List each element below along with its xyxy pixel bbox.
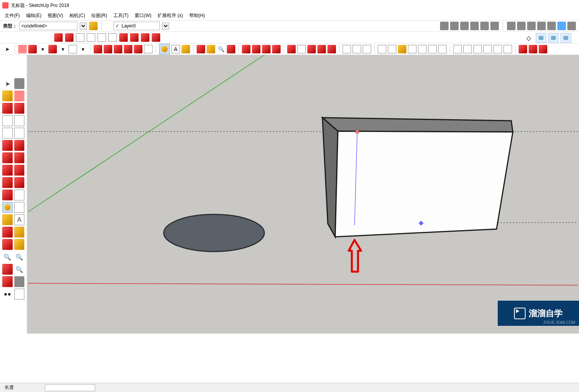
zoom-extents-icon[interactable] [227, 45, 235, 53]
arc3-tool-icon[interactable] [2, 152, 13, 163]
rotated-rect-tool-icon[interactable] [14, 115, 25, 126]
position-camera-icon[interactable] [2, 276, 13, 287]
section2-icon[interactable] [353, 45, 361, 53]
arc2-tool-icon[interactable] [14, 140, 25, 151]
plugin3-icon[interactable] [307, 45, 316, 53]
menu-view[interactable]: 视图(V) [45, 12, 65, 20]
box3-icon[interactable] [490, 22, 499, 30]
plugin4-icon[interactable] [317, 45, 326, 53]
house3-icon[interactable] [480, 22, 489, 30]
component3-icon[interactable] [527, 22, 536, 30]
section-icon[interactable] [343, 45, 351, 53]
pan-icon[interactable] [207, 45, 215, 53]
arc-tool-icon[interactable] [48, 45, 57, 53]
menu-draw[interactable]: 绘图(R) [89, 12, 110, 20]
pencil-icon[interactable] [54, 33, 63, 42]
ext-warehouse-icon[interactable] [272, 45, 281, 53]
warehouse-icon[interactable] [242, 45, 250, 53]
tape-measure-icon[interactable] [159, 44, 170, 55]
circle-icon[interactable] [98, 33, 106, 42]
circle-tool-icon[interactable] [2, 128, 13, 139]
style6-icon[interactable] [428, 45, 437, 53]
component5-icon[interactable] [547, 22, 556, 30]
followme-icon[interactable] [134, 45, 142, 53]
menu-tools[interactable]: 工具(T) [111, 12, 131, 20]
offset-tool-icon[interactable] [14, 190, 25, 200]
protractor-tool-icon[interactable] [2, 214, 13, 225]
orbit-icon[interactable] [197, 45, 205, 53]
rotate-icon[interactable] [114, 45, 122, 53]
shape-icon[interactable] [69, 45, 77, 53]
move-icon[interactable] [94, 45, 102, 53]
model-viewport[interactable]: 溜溜自学 ZIXUE.3D66.COM [27, 55, 579, 334]
zoom-icon[interactable]: 🔍 [217, 45, 225, 53]
section-tool-icon[interactable] [14, 289, 25, 300]
style3-icon[interactable] [398, 45, 406, 53]
shape-dropdown[interactable]: ▾ [79, 45, 87, 53]
style7-icon[interactable] [438, 45, 447, 53]
sandbox3-icon[interactable] [539, 45, 547, 53]
eraser-icon[interactable] [18, 45, 27, 53]
box-icon[interactable] [450, 22, 459, 30]
pushpull-tool-icon[interactable] [14, 165, 25, 176]
orbit-tool-icon[interactable] [2, 239, 13, 250]
type-dropdown[interactable] [80, 22, 87, 30]
zoom-tool-icon[interactable]: 🔍 [2, 252, 13, 262]
offset-icon[interactable] [144, 45, 152, 53]
house-icon[interactable] [440, 22, 449, 30]
menu-edit[interactable]: 编辑(E) [24, 12, 44, 20]
solid5-icon[interactable] [493, 45, 502, 53]
measurement-input[interactable] [45, 384, 95, 391]
tape-tool-icon[interactable] [2, 202, 13, 213]
line-tool-icon[interactable] [2, 103, 13, 114]
pan-tool-icon[interactable] [14, 239, 25, 250]
make-component-icon[interactable] [14, 78, 25, 89]
freehand-icon[interactable] [65, 33, 74, 42]
line-dropdown[interactable]: ▾ [38, 45, 47, 53]
polygon-tool-icon[interactable] [14, 128, 25, 139]
arc3-icon[interactable] [141, 33, 149, 42]
component7-icon[interactable] [567, 22, 576, 30]
front-view-icon[interactable] [548, 33, 559, 43]
solid4-icon[interactable] [483, 45, 492, 53]
paint-bucket-icon[interactable] [182, 45, 190, 53]
menu-window[interactable]: 窗口(W) [132, 12, 154, 20]
iso-view-icon[interactable]: ◇ [523, 33, 534, 43]
polygon-icon[interactable] [108, 33, 117, 42]
layer-dropdown[interactable] [162, 22, 169, 30]
move-tool-icon[interactable] [2, 165, 13, 176]
text-tool-icon[interactable]: A [14, 214, 25, 225]
arc-tool-large-icon[interactable] [2, 140, 13, 151]
sandbox1-icon[interactable] [519, 45, 527, 53]
paint-icon[interactable] [89, 22, 98, 30]
solid1-icon[interactable] [453, 45, 462, 53]
arc-dropdown[interactable]: ▾ [58, 45, 67, 53]
style2-icon[interactable] [388, 45, 396, 53]
section3-icon[interactable] [363, 45, 371, 53]
eraser-tool-icon[interactable] [14, 91, 25, 101]
box2-icon[interactable] [470, 22, 479, 30]
solid2-icon[interactable] [463, 45, 472, 53]
freehand-tool-icon[interactable] [14, 103, 25, 114]
select-icon[interactable]: ➤ [3, 45, 12, 53]
house2-icon[interactable] [460, 22, 469, 30]
menu-camera[interactable]: 相机(C) [67, 12, 87, 20]
previous-view-icon[interactable]: 🔍 [14, 264, 25, 275]
component4-icon[interactable] [537, 22, 546, 30]
paint-tool-icon[interactable] [2, 91, 13, 101]
layout-icon[interactable] [262, 45, 271, 53]
top-view-icon[interactable] [536, 33, 546, 43]
pie-tool-icon[interactable] [14, 152, 25, 163]
style5-icon[interactable] [418, 45, 427, 53]
3dtext-tool-icon[interactable] [14, 227, 25, 238]
component6-icon[interactable] [557, 22, 566, 30]
menu-ext[interactable]: 扩展程序 (x) [155, 12, 185, 20]
walk-tool-icon[interactable]: ●● [2, 289, 13, 300]
scale-icon[interactable] [124, 45, 132, 53]
rect-tool-icon[interactable] [2, 115, 13, 126]
zoom-extents-tool-icon[interactable] [2, 264, 13, 275]
rotated-rect-icon[interactable] [87, 33, 95, 42]
menu-help[interactable]: 帮助(H) [187, 12, 207, 20]
plugin2-icon[interactable] [297, 45, 306, 53]
solid6-icon[interactable] [504, 45, 512, 53]
